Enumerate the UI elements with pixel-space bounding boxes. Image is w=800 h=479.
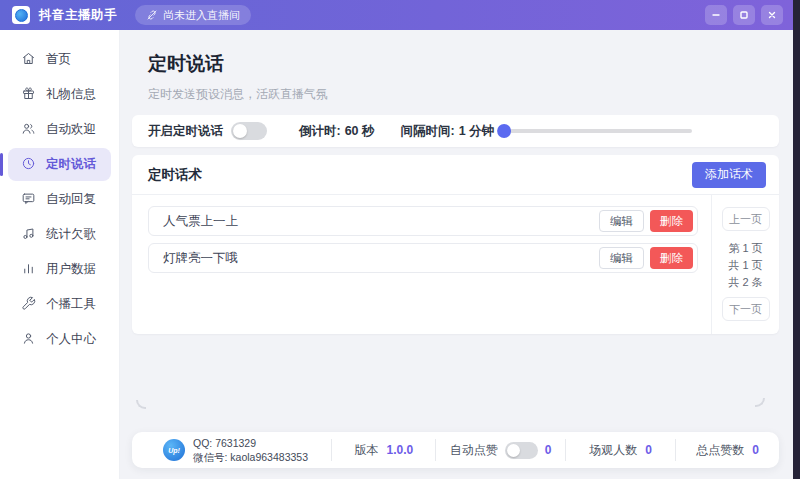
timed-speech-settings-card: 开启定时说话 倒计时: 60 秒 间隔时间: 1 分钟	[132, 115, 779, 147]
sidebar-item-label: 自动欢迎	[46, 121, 96, 138]
live-status-badge: 尚未进入直播间	[135, 5, 251, 25]
likes-value: 0	[752, 443, 759, 457]
sidebar-item-auto-reply[interactable]: 自动回复	[8, 183, 111, 216]
sidebar-item-label: 首页	[46, 51, 71, 68]
pagination-info-line: 共 2 条	[728, 274, 762, 291]
sidebar-item-home[interactable]: 首页	[8, 43, 111, 76]
qq-contact: QQ: 7631329	[193, 436, 308, 450]
sidebar-item-song-stats[interactable]: 统计欠歌	[8, 218, 111, 251]
speech-row: 人气票上一上编辑删除	[148, 206, 698, 236]
sidebar-item-label: 个播工具	[46, 296, 96, 313]
sidebar-item-label: 自动回复	[46, 191, 96, 208]
version-value: 1.0.0	[387, 443, 414, 457]
wechat-contact: 微信号: kaola963483353	[193, 450, 308, 464]
add-speech-button[interactable]: 添加话术	[692, 162, 766, 188]
app-window: 抖音主播助手 尚未进入直播间 首页礼物信息自动欢迎定时说话自动回复统计欠歌用户数…	[0, 0, 793, 479]
sidebar-item-timed-speech[interactable]: 定时说话	[8, 148, 111, 181]
page-subtitle: 定时发送预设消息，活跃直播气氛	[148, 86, 779, 103]
interval-label: 间隔时间:	[401, 123, 455, 140]
music-icon	[21, 226, 36, 244]
user-icon	[21, 331, 36, 349]
sidebar-item-label: 礼物信息	[46, 86, 96, 103]
sidebar-item-user-data[interactable]: 用户数据	[8, 253, 111, 286]
delete-button[interactable]: 删除	[650, 247, 693, 269]
auto-like-label: 自动点赞	[450, 442, 498, 459]
edit-button[interactable]: 编辑	[599, 247, 644, 269]
speech-text: 灯牌亮一下哦	[163, 250, 238, 267]
auto-like-value: 0	[545, 443, 552, 457]
slider-thumb[interactable]	[497, 124, 511, 138]
sidebar-item-profile[interactable]: 个人中心	[8, 323, 111, 356]
viewers-section: 场观人数 0	[566, 432, 675, 468]
users-icon	[21, 121, 36, 139]
corner-decoration	[755, 398, 765, 407]
close-button[interactable]	[761, 5, 783, 25]
enable-timed-speech-label: 开启定时说话	[148, 123, 223, 140]
titlebar: 抖音主播助手 尚未进入直播间	[0, 0, 793, 30]
minimize-button[interactable]	[705, 5, 727, 25]
sidebar-item-stream-tools[interactable]: 个播工具	[8, 288, 111, 321]
interval-value: 1 分钟	[459, 123, 494, 140]
sidebar-item-gift-info[interactable]: 礼物信息	[8, 78, 111, 111]
sidebar-item-label: 个人中心	[46, 331, 96, 348]
disconnected-link-icon	[146, 9, 158, 21]
pagination-info-line: 第 1 页	[728, 240, 762, 257]
contact-section: Up! QQ: 7631329 微信号: kaola963483353	[132, 432, 331, 468]
clock-icon	[21, 156, 36, 174]
countdown-value: 60 秒	[345, 123, 375, 140]
chat-icon	[21, 191, 36, 209]
maximize-icon	[739, 10, 749, 20]
maximize-button[interactable]	[733, 5, 755, 25]
delete-button[interactable]: 删除	[650, 210, 693, 232]
speech-text: 人气票上一上	[163, 213, 238, 230]
footer-logo-icon: Up!	[163, 439, 185, 461]
version-section: 版本 1.0.0	[332, 432, 435, 468]
sidebar-item-label: 用户数据	[46, 261, 96, 278]
close-icon	[767, 10, 777, 20]
pagination-panel: 上一页 第 1 页共 1 页共 2 条 下一页	[711, 195, 779, 334]
corner-decoration	[136, 400, 146, 409]
minimize-icon	[711, 10, 721, 20]
app-title: 抖音主播助手	[39, 7, 117, 24]
wrench-icon	[21, 296, 36, 314]
speech-card-header: 定时话术 添加话术	[132, 155, 779, 195]
interval-slider[interactable]	[502, 129, 692, 133]
auto-like-section: 自动点赞 0	[436, 432, 565, 468]
sidebar-menu: 首页礼物信息自动欢迎定时说话自动回复统计欠歌用户数据个播工具个人中心	[0, 30, 120, 479]
next-page-button[interactable]: 下一页	[722, 297, 770, 321]
sidebar-item-label: 定时说话	[46, 156, 96, 173]
viewers-value: 0	[645, 443, 652, 457]
sidebar-item-auto-welcome[interactable]: 自动欢迎	[8, 113, 111, 146]
version-label: 版本	[355, 442, 379, 459]
sidebar-item-label: 统计欠歌	[46, 226, 96, 243]
speech-list: 人气票上一上编辑删除灯牌亮一下哦编辑删除	[132, 195, 711, 334]
gift-icon	[21, 86, 36, 104]
pagination-info-line: 共 1 页	[728, 257, 762, 274]
countdown-label: 倒计时:	[299, 123, 341, 140]
window-controls	[705, 5, 783, 25]
auto-like-toggle[interactable]	[505, 442, 538, 459]
prev-page-button[interactable]: 上一页	[722, 207, 770, 231]
likes-label: 总点赞数	[696, 442, 744, 459]
home-icon	[21, 51, 36, 69]
live-status-text: 尚未进入直播间	[163, 8, 240, 23]
chart-icon	[21, 261, 36, 279]
main-content: 定时说话 定时发送预设消息，活跃直播气氛 开启定时说话 倒计时: 60 秒 间隔…	[120, 30, 793, 479]
footer-status-bar: Up! QQ: 7631329 微信号: kaola963483353 版本 1…	[132, 432, 779, 468]
viewers-label: 场观人数	[589, 442, 637, 459]
page-title: 定时说话	[148, 51, 779, 77]
enable-timed-speech-toggle[interactable]	[231, 122, 267, 140]
pagination-info: 第 1 页共 1 页共 2 条	[728, 240, 762, 291]
speech-card-title: 定时话术	[148, 166, 202, 184]
edit-button[interactable]: 编辑	[599, 210, 644, 232]
likes-section: 总点赞数 0	[676, 432, 779, 468]
speech-row: 灯牌亮一下哦编辑删除	[148, 243, 698, 273]
speech-list-card: 定时话术 添加话术 人气票上一上编辑删除灯牌亮一下哦编辑删除 上一页 第 1 页…	[132, 155, 779, 334]
app-logo-icon	[12, 6, 30, 24]
